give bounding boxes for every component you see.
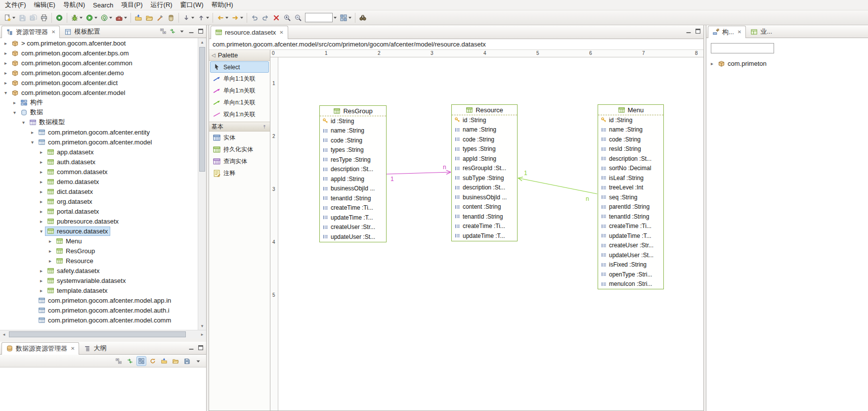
chevron-down-icon[interactable]: ▾: [29, 139, 36, 145]
tree-item[interactable]: ▸app.datasetx: [0, 147, 198, 157]
tree-item-content[interactable]: dict.datasetx: [45, 187, 95, 196]
tree-item[interactable]: com.primeton.gocom.afcenter.model.comm: [0, 315, 198, 325]
ant-build-button[interactable]: [155, 13, 165, 23]
tree-item-content[interactable]: auth.datasetx: [45, 157, 98, 167]
entity-field[interactable]: businessObjId ...: [320, 184, 386, 194]
maximize-button[interactable]: [694, 28, 701, 35]
entity-field[interactable]: seq :String: [598, 192, 663, 202]
external-tools-button[interactable]: [114, 13, 128, 23]
components-tab[interactable]: 构...✕: [708, 26, 746, 38]
tree-item-content[interactable]: app.datasetx: [45, 147, 96, 157]
save-button[interactable]: [17, 13, 27, 23]
tree-item-content[interactable]: com.primeton.gocom.afcenter.model.auth.i: [36, 306, 172, 315]
tree-item-content[interactable]: com.primeton.gocom.afcenter.bps.om: [9, 48, 131, 58]
entity-field[interactable]: parentId :String: [598, 202, 663, 212]
tree-item[interactable]: ▸构件: [0, 97, 198, 107]
dropdown-arrow-icon[interactable]: [206, 17, 209, 19]
ds-view-menu-button[interactable]: [193, 356, 203, 366]
tree-item[interactable]: ▸demo.datasetx: [0, 177, 198, 186]
dropdown-arrow-icon[interactable]: [94, 17, 97, 19]
scroll-down-icon[interactable]: ▾: [198, 322, 206, 330]
tree-vertical-scrollbar[interactable]: ▴ ▾: [198, 38, 206, 330]
entity-field[interactable]: updateTime :T...: [320, 213, 386, 223]
entity-field[interactable]: sortNo :Decimal: [598, 164, 663, 174]
entity-field[interactable]: isFixed :String: [598, 260, 663, 270]
tree-horizontal-scrollbar[interactable]: ◂ ▸: [0, 330, 206, 338]
coverage-button[interactable]: Q: [99, 13, 113, 23]
palette-tool-persistent-entity[interactable]: 持久化实体: [210, 144, 269, 155]
entity-field[interactable]: name :String: [452, 125, 517, 135]
tree-item-content[interactable]: com.primeton.gocom.afcenter.model: [36, 137, 154, 147]
close-icon[interactable]: ✕: [738, 29, 741, 35]
chevron-right-icon[interactable]: ▸: [46, 258, 54, 264]
jar-export-button[interactable]: [166, 13, 176, 23]
chevron-right-icon[interactable]: ▸: [11, 100, 18, 105]
tree-item-content[interactable]: demo.datasetx: [45, 177, 101, 186]
debug-button[interactable]: [70, 13, 84, 23]
tree-item-content[interactable]: com.primeton: [716, 59, 769, 68]
tree-item[interactable]: ▸com.primeton.gocom.afcenter.entity: [0, 127, 198, 137]
entity-field[interactable]: name :String: [598, 125, 663, 135]
entity-field[interactable]: types :String: [452, 144, 517, 154]
menu-project[interactable]: 项目(P): [117, 0, 146, 10]
import-folder-button[interactable]: [133, 13, 143, 23]
scrollbar-thumb[interactable]: [199, 47, 205, 172]
palette-tool-query-entity[interactable]: 查询实体: [210, 156, 269, 167]
scroll-left-icon[interactable]: ◂: [0, 330, 8, 338]
save-all-button[interactable]: [28, 13, 38, 23]
minimize-button[interactable]: [188, 344, 195, 351]
diagram-canvas[interactable]: 1n1n ResGroupid :Stringname :Stringcode …: [278, 57, 703, 411]
dropdown-arrow-icon[interactable]: [109, 17, 112, 19]
tree-item[interactable]: ▸com.primeton.gocom.afcenter.dict: [0, 78, 198, 88]
tree-item[interactable]: ▸portal.datasetx: [0, 206, 198, 216]
palette-tool-entity[interactable]: 实体: [210, 132, 269, 143]
dropdown-arrow-icon[interactable]: [240, 17, 243, 19]
tree-item[interactable]: ▸org.datasetx: [0, 196, 198, 206]
close-icon[interactable]: ✕: [51, 29, 55, 35]
tree-item-content[interactable]: com.primeton.gocom.afcenter.demo: [9, 68, 126, 78]
chevron-right-icon[interactable]: ▸: [38, 268, 45, 274]
dropdown-arrow-icon[interactable]: [191, 17, 194, 19]
tree-item[interactable]: ▸common.datasetx: [0, 167, 198, 177]
tree-item[interactable]: ▸auth.datasetx: [0, 157, 198, 167]
undo-button[interactable]: [250, 13, 260, 23]
entity-field[interactable]: updateUser :St...: [320, 232, 386, 242]
chevron-right-icon[interactable]: ▸: [38, 169, 45, 175]
project-tree[interactable]: ▸> com.primeton.gocom.afcenter.boot▸com.…: [0, 38, 198, 329]
tree-item-content[interactable]: safety.datasetx: [45, 266, 102, 275]
entity-header[interactable]: Resource: [452, 105, 517, 115]
entity-field[interactable]: resGroupId :St...: [452, 164, 517, 174]
tree-item-content[interactable]: ResGroup: [54, 246, 97, 256]
link-with-editor-button[interactable]: [169, 28, 176, 35]
tree-item[interactable]: ▸com.primeton.gocom.afcenter.bps.om: [0, 48, 198, 58]
minimize-button[interactable]: [685, 28, 692, 35]
tree-item[interactable]: ▸> com.primeton.gocom.afcenter.boot: [0, 38, 198, 48]
tree-item-content[interactable]: portal.datasetx: [45, 207, 101, 216]
entity-field[interactable]: id :String: [320, 116, 386, 126]
template-config-tab[interactable]: 模板配置: [60, 25, 104, 38]
tree-item[interactable]: ▸safety.datasetx: [0, 266, 198, 275]
tree-item[interactable]: ▸com.primeton.gocom.afcenter.demo: [0, 68, 198, 78]
zoom-combo[interactable]: [305, 13, 337, 22]
chevron-down-icon[interactable]: ▾: [2, 90, 9, 95]
zoom-out-button[interactable]: [293, 13, 303, 23]
entity-field[interactable]: appId :String: [320, 174, 386, 184]
palette-tool-one-to-one-association[interactable]: 单向1:1关联: [210, 73, 269, 85]
view-menu-button[interactable]: [178, 28, 185, 35]
tree-item-content[interactable]: com.primeton.gocom.afcenter.dict: [9, 78, 120, 88]
redo-button[interactable]: [260, 13, 270, 23]
business-tab[interactable]: 业...: [746, 25, 777, 38]
print-button[interactable]: [39, 13, 49, 23]
zoom-combo-input[interactable]: [305, 13, 333, 22]
tree-item[interactable]: ▾com.primeton.gocom.afcenter.model: [0, 88, 198, 97]
entity-field[interactable]: content :String: [452, 202, 517, 212]
entity-field[interactable]: description :St...: [320, 165, 386, 175]
close-icon[interactable]: ✕: [71, 346, 75, 351]
chevron-right-icon[interactable]: ▸: [2, 80, 9, 86]
maximize-button[interactable]: [197, 344, 204, 351]
ds-refresh-button[interactable]: [148, 356, 158, 366]
relation-resgroup-to-resource[interactable]: 1n: [387, 164, 451, 183]
relation-menu-to-resource[interactable]: 1n: [518, 170, 597, 202]
tree-item-content[interactable]: systemvariable.datasetx: [45, 276, 128, 285]
tree-item-content[interactable]: > com.primeton.gocom.afcenter.boot: [9, 39, 128, 48]
